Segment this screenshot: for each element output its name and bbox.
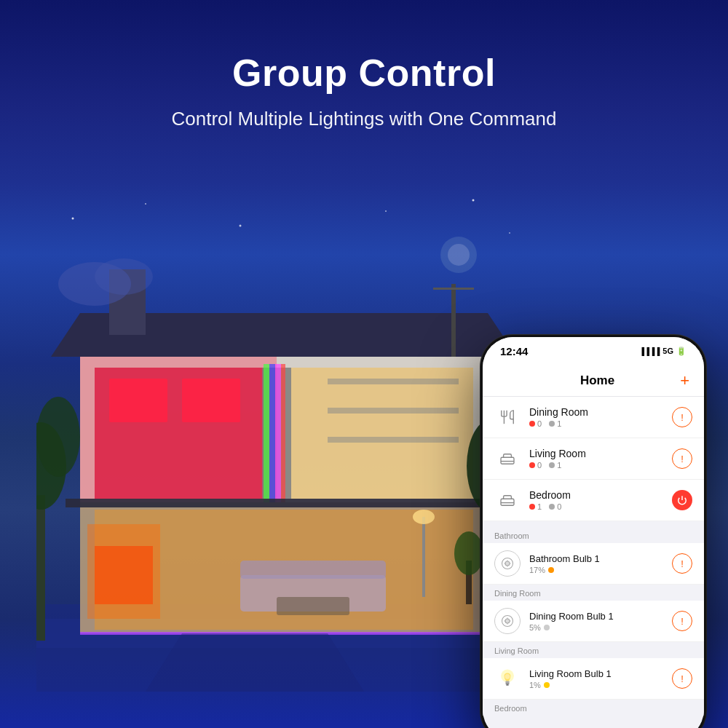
status-icons: ▐▐▐▐ 5G 🔋 xyxy=(639,347,687,356)
bathroom-label: Bathroom xyxy=(483,527,704,543)
svg-rect-23 xyxy=(277,597,349,615)
dining-lights-on: 0 xyxy=(529,419,542,428)
status-time: 12:44 xyxy=(500,345,528,357)
dining-bulb-icon xyxy=(494,608,521,634)
svg-rect-5 xyxy=(80,357,277,502)
off-indicator xyxy=(549,462,555,468)
svg-rect-60 xyxy=(505,683,509,684)
dining-bulb-1-name: Dining Room Bulb 1 xyxy=(529,611,672,622)
dining-room-name: Dining Room xyxy=(529,406,672,418)
groups-section: Dining Room 0 1 xyxy=(483,397,704,521)
off-indicator xyxy=(549,504,555,510)
living-room-alert[interactable]: ! xyxy=(672,448,692,469)
group-living-room[interactable]: Living Room 0 1 xyxy=(483,438,704,480)
status-dot xyxy=(544,625,550,630)
nav-title: Home xyxy=(580,373,614,388)
living-room-info: Living Room 0 1 xyxy=(529,448,672,470)
svg-point-35 xyxy=(36,397,80,477)
svg-point-42 xyxy=(145,203,146,205)
living-bulb-alert[interactable]: ! xyxy=(672,668,692,689)
svg-rect-20 xyxy=(95,546,153,604)
living-bulb-1-row[interactable]: Living Room Bulb 1 1% ! xyxy=(483,658,704,700)
svg-rect-9 xyxy=(182,379,240,422)
svg-marker-40 xyxy=(146,633,364,692)
living-bulb-1-info: Living Room Bulb 1 1% xyxy=(529,668,672,689)
svg-rect-24 xyxy=(422,517,425,597)
status-dot xyxy=(548,567,554,573)
dining-room-alert[interactable]: ! xyxy=(672,407,692,427)
svg-point-48 xyxy=(95,258,153,295)
living-lights-off: 1 xyxy=(549,461,561,470)
header-text: Group Control Control Multiple Lightings… xyxy=(0,0,728,130)
dining-bulb-1-row[interactable]: Dining Room Bulb 1 5% ! xyxy=(483,601,704,642)
bedroom-name: Bedroom xyxy=(529,489,672,501)
bedroom-power[interactable] xyxy=(672,490,692,510)
network-label: 5G xyxy=(662,347,673,355)
bedroom-lights-off: 0 xyxy=(549,502,561,511)
bedroom-info: Bedroom 1 0 xyxy=(529,489,672,511)
svg-rect-12 xyxy=(275,364,281,502)
bathroom-bulb-alert[interactable]: ! xyxy=(672,553,692,574)
svg-point-62 xyxy=(505,674,510,679)
house-illustration xyxy=(36,182,510,677)
bedroom-meta: 1 0 xyxy=(529,502,672,511)
bathroom-section: Bathroom Bathroom Bulb 1 xyxy=(483,527,704,585)
svg-point-27 xyxy=(454,531,483,575)
living-devices-label: Living Room xyxy=(483,642,704,658)
dining-devices-label: Dining Room xyxy=(483,585,704,601)
svg-rect-16 xyxy=(328,437,459,443)
battery-icon: 🔋 xyxy=(676,347,687,356)
on-indicator xyxy=(529,504,535,510)
living-bulb-1-name: Living Room Bulb 1 xyxy=(529,668,672,679)
dining-room-icon xyxy=(494,404,521,430)
dining-bulb-1-info: Dining Room Bulb 1 5% xyxy=(529,611,672,632)
add-button[interactable]: + xyxy=(680,371,689,390)
svg-rect-11 xyxy=(269,364,275,502)
svg-rect-10 xyxy=(264,364,269,502)
on-indicator xyxy=(529,462,535,468)
dining-bulb-alert[interactable]: ! xyxy=(672,611,692,631)
bedroom-lights-on: 1 xyxy=(529,502,542,511)
svg-point-43 xyxy=(240,225,242,227)
svg-rect-8 xyxy=(109,379,167,422)
bedroom-icon xyxy=(494,487,521,513)
bathroom-bulb-icon xyxy=(494,550,521,577)
dining-lights-off: 1 xyxy=(549,419,561,428)
on-indicator xyxy=(529,421,535,427)
page-title: Group Control xyxy=(0,51,728,95)
svg-point-57 xyxy=(505,619,510,623)
svg-rect-59 xyxy=(505,681,509,684)
svg-rect-61 xyxy=(506,684,509,686)
status-dot xyxy=(544,682,550,688)
nav-bar: Home + xyxy=(483,365,704,397)
living-lights-on: 0 xyxy=(529,461,542,470)
svg-point-55 xyxy=(505,561,510,566)
svg-rect-33 xyxy=(36,495,45,641)
living-room-meta: 0 1 xyxy=(529,461,672,470)
signal-icon: ▐▐▐▐ xyxy=(639,347,660,355)
svg-rect-15 xyxy=(328,408,459,414)
living-room-name: Living Room xyxy=(529,448,672,459)
bedroom-devices-label: Bedroom xyxy=(483,700,704,716)
svg-point-44 xyxy=(385,210,387,212)
dining-devices-section: Dining Room Dining Room Bulb 1 xyxy=(483,585,704,642)
living-bulb-icon xyxy=(494,665,521,692)
svg-point-41 xyxy=(72,218,74,220)
group-bedroom[interactable]: Bedroom 1 0 xyxy=(483,480,704,521)
phone-screen: 12:44 ▐▐▐▐ 5G 🔋 Home + xyxy=(483,337,704,728)
bedroom-devices-section: Bedroom xyxy=(483,700,704,716)
bathroom-bulb-1-info: Bathroom Bulb 1 17% xyxy=(529,553,672,574)
phone-mockup: 12:44 ▐▐▐▐ 5G 🔋 Home + xyxy=(480,335,706,728)
living-bulb-1-status: 1% xyxy=(529,681,672,689)
status-bar: 12:44 ▐▐▐▐ 5G 🔋 xyxy=(483,337,704,365)
page-subtitle: Control Multiple Lightings with One Comm… xyxy=(0,108,728,130)
phone-frame: 12:44 ▐▐▐▐ 5G 🔋 Home + xyxy=(480,335,706,728)
living-devices-section: Living Room xyxy=(483,642,704,700)
svg-rect-52 xyxy=(501,499,514,505)
bathroom-bulb-1-row[interactable]: Bathroom Bulb 1 17% ! xyxy=(483,543,704,585)
svg-rect-7 xyxy=(291,368,473,499)
svg-rect-28 xyxy=(66,499,502,507)
svg-rect-22 xyxy=(240,561,386,579)
app-content: Dining Room 0 1 xyxy=(483,397,704,716)
group-dining-room[interactable]: Dining Room 0 1 xyxy=(483,397,704,438)
